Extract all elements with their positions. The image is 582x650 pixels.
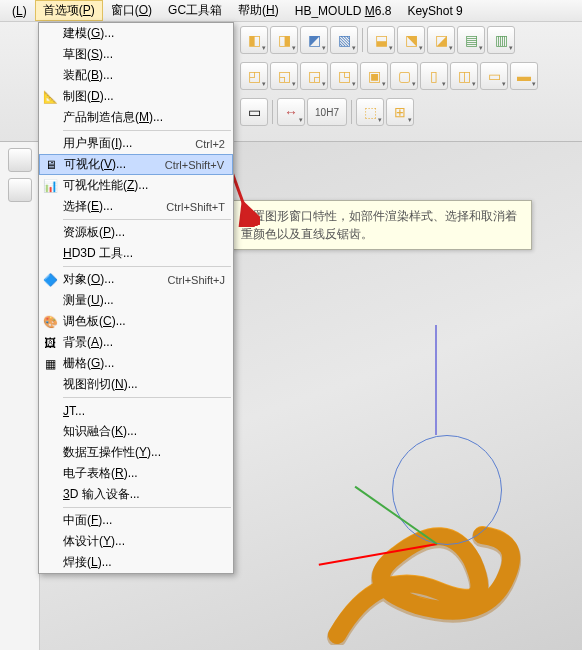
- dd-icon: [42, 199, 58, 215]
- menubar: (L)首选项(P)窗口(O)GC工具箱帮助(H)HB_MOULD M6.8Key…: [0, 0, 582, 22]
- tb-b6[interactable]: ▢▾: [390, 62, 418, 90]
- tb-b10[interactable]: ▬▾: [510, 62, 538, 90]
- dd-用户界面I[interactable]: 用户界面(I)...Ctrl+2: [39, 133, 233, 154]
- dd-icon: [42, 68, 58, 84]
- menu-HBMOULDM68[interactable]: HB_MOULD M6.8: [287, 2, 400, 20]
- tb-b9[interactable]: ▭▾: [480, 62, 508, 90]
- dd-separator: [63, 130, 231, 131]
- view-rotate-circle[interactable]: [392, 435, 502, 545]
- tb-cube7[interactable]: ◪▾: [427, 26, 455, 54]
- tb-cube9[interactable]: ▥▾: [487, 26, 515, 54]
- left-icon-1[interactable]: [8, 148, 32, 172]
- dd-可视化V[interactable]: 🖥可视化(V)...Ctrl+Shift+V: [39, 154, 233, 175]
- dd-产品制造信息M[interactable]: 产品制造信息(M)...: [39, 107, 233, 128]
- preferences-dropdown: 建模(G)...草图(S)...装配(B)...📐制图(D)...产品制造信息(…: [38, 22, 234, 574]
- dd-对象O[interactable]: 🔷对象(O)...Ctrl+Shift+J: [39, 269, 233, 290]
- dd-label: 产品制造信息(M)...: [63, 109, 225, 126]
- dd-数据互操作性Y[interactable]: 数据互操作性(Y)...: [39, 442, 233, 463]
- dd-装配B[interactable]: 装配(B)...: [39, 65, 233, 86]
- left-toolbar: [0, 142, 40, 650]
- tb-cube4[interactable]: ▧▾: [330, 26, 358, 54]
- dd-shortcut: Ctrl+Shift+V: [165, 159, 224, 171]
- dd-电子表格R[interactable]: 电子表格(R)...: [39, 463, 233, 484]
- dd-label: 装配(B)...: [63, 67, 225, 84]
- menu-H[interactable]: 帮助(H): [230, 0, 287, 21]
- dd-label: 知识融合(K)...: [63, 423, 225, 440]
- dd-label: 选择(E)...: [63, 198, 166, 215]
- tooltip-text: 设置图形窗口特性，如部件渲染样式、选择和取消着重颜色以及直线反锯齿。: [241, 209, 517, 241]
- tb-cube1[interactable]: ◧▾: [240, 26, 268, 54]
- dd-中面F[interactable]: 中面(F)...: [39, 510, 233, 531]
- dd-label: 可视化(V)...: [64, 156, 165, 173]
- dd-3D输入设备[interactable]: 3D 输入设备...: [39, 484, 233, 505]
- dd-icon: [42, 466, 58, 482]
- tb-b8[interactable]: ◫▾: [450, 62, 478, 90]
- tb-cube8[interactable]: ▤▾: [457, 26, 485, 54]
- dd-icon: [42, 225, 58, 241]
- dd-栅格G[interactable]: ▦栅格(G)...: [39, 353, 233, 374]
- dd-icon: [42, 246, 58, 262]
- tb-b2[interactable]: ◱▾: [270, 62, 298, 90]
- dd-label: 建模(G)...: [63, 25, 225, 42]
- tb-cube2[interactable]: ◨▾: [270, 26, 298, 54]
- dd-调色板C[interactable]: 🎨调色板(C)...: [39, 311, 233, 332]
- menu-P[interactable]: 首选项(P): [35, 0, 103, 21]
- dd-背景A[interactable]: 🖼背景(A)...: [39, 332, 233, 353]
- tb-cube6[interactable]: ⬔▾: [397, 26, 425, 54]
- dd-icon: [42, 47, 58, 63]
- dd-label: 焊接(L)...: [63, 554, 225, 571]
- dd-HD3D工具[interactable]: HD3D 工具...: [39, 243, 233, 264]
- left-icon-2[interactable]: [8, 178, 32, 202]
- coil-geometry: [297, 425, 577, 645]
- tb-asm1[interactable]: ⬚▾: [356, 98, 384, 126]
- dd-icon: [42, 513, 58, 529]
- tb-measure[interactable]: ↔▾: [277, 98, 305, 126]
- tb-b7[interactable]: ▯▾: [420, 62, 448, 90]
- tooltip: 设置图形窗口特性，如部件渲染样式、选择和取消着重颜色以及直线反锯齿。: [232, 200, 532, 250]
- dd-可视化性能Z[interactable]: 📊可视化性能(Z)...: [39, 175, 233, 196]
- dd-资源板P[interactable]: 资源板(P)...: [39, 222, 233, 243]
- dd-icon: [42, 555, 58, 571]
- dd-icon: [42, 403, 58, 419]
- dd-icon: [42, 377, 58, 393]
- dd-体设计Y[interactable]: 体设计(Y)...: [39, 531, 233, 552]
- axis-z: [435, 325, 437, 435]
- dd-label: HD3D 工具...: [63, 245, 225, 262]
- dd-icon: 📊: [42, 178, 58, 194]
- dd-icon: 🎨: [42, 314, 58, 330]
- tb-b5[interactable]: ▣▾: [360, 62, 388, 90]
- dd-label: 3D 输入设备...: [63, 486, 225, 503]
- dd-建模G[interactable]: 建模(G)...: [39, 23, 233, 44]
- dd-shortcut: Ctrl+Shift+T: [166, 201, 225, 213]
- tb-cube5[interactable]: ⬓▾: [367, 26, 395, 54]
- tb-b3[interactable]: ◲▾: [300, 62, 328, 90]
- dd-separator: [63, 219, 231, 220]
- tb-cube3[interactable]: ◩▾: [300, 26, 328, 54]
- dd-label: 电子表格(R)...: [63, 465, 225, 482]
- dd-label: 栅格(G)...: [63, 355, 225, 372]
- dd-制图D[interactable]: 📐制图(D)...: [39, 86, 233, 107]
- dd-焊接L[interactable]: 焊接(L)...: [39, 552, 233, 573]
- tb-asm2[interactable]: ⊞▾: [386, 98, 414, 126]
- tb-b4[interactable]: ◳▾: [330, 62, 358, 90]
- dd-separator: [63, 266, 231, 267]
- menu-GC[interactable]: GC工具箱: [160, 0, 230, 21]
- dd-icon: ▦: [42, 356, 58, 372]
- dd-JT[interactable]: JT...: [39, 400, 233, 421]
- tb-c1[interactable]: ▭: [240, 98, 268, 126]
- dd-知识融合K[interactable]: 知识融合(K)...: [39, 421, 233, 442]
- dd-视图剖切N[interactable]: 视图剖切(N)...: [39, 374, 233, 395]
- menu-KeyShot9[interactable]: KeyShot 9: [399, 2, 470, 20]
- dd-label: 草图(S)...: [63, 46, 225, 63]
- dd-icon: [42, 445, 58, 461]
- tb-b1[interactable]: ◰▾: [240, 62, 268, 90]
- menu-O[interactable]: 窗口(O): [103, 0, 160, 21]
- dd-label: 体设计(Y)...: [63, 533, 225, 550]
- dd-测量U[interactable]: 测量(U)...: [39, 290, 233, 311]
- dd-选择E[interactable]: 选择(E)...Ctrl+Shift+T: [39, 196, 233, 217]
- tb-dim[interactable]: 10H7: [307, 98, 347, 126]
- dd-草图S[interactable]: 草图(S)...: [39, 44, 233, 65]
- dd-label: 可视化性能(Z)...: [63, 177, 225, 194]
- dd-icon: [42, 534, 58, 550]
- menu-L[interactable]: (L): [4, 2, 35, 20]
